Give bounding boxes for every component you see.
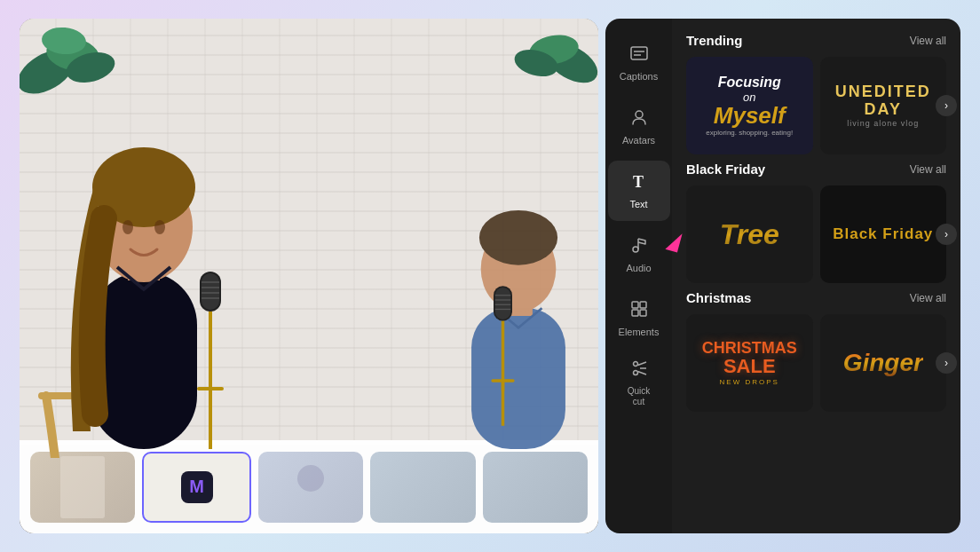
svg-rect-44 — [632, 302, 638, 308]
blackfriday-next-arrow[interactable]: › — [936, 224, 957, 245]
svg-line-50 — [637, 362, 646, 366]
text-icon: T — [629, 171, 649, 195]
svg-point-11 — [122, 220, 133, 234]
template-uneditedday[interactable]: UNEDITED DAY living alone vlog — [820, 57, 947, 154]
ginger-text: Ginger — [843, 349, 923, 377]
svg-point-34 — [479, 210, 557, 265]
focusing-subtitle: exploring. shopping. eating! — [706, 129, 793, 137]
focusing-title-top: Focusing — [706, 75, 793, 91]
template-tree[interactable]: Tree — [686, 185, 813, 283]
svg-rect-47 — [640, 310, 646, 316]
bf-text: Black Friday — [833, 225, 933, 243]
app-logo: M — [181, 471, 213, 503]
unedited-sub-text: living alone vlog — [835, 119, 931, 128]
text-label: Text — [629, 199, 647, 210]
trending-title: Trending — [686, 33, 742, 48]
template-focusing-myself[interactable]: Focusing on Myself exploring. shopping. … — [686, 57, 813, 154]
timeline-item-4[interactable] — [370, 452, 475, 523]
svg-text:T: T — [633, 173, 644, 191]
svg-rect-35 — [60, 456, 105, 518]
tree-text: Tree — [720, 218, 779, 251]
sidebar-item-elements[interactable]: Elements — [608, 288, 670, 349]
unedited-main-text: UNEDITED — [835, 83, 931, 101]
new-line: NEW DROPS — [702, 378, 797, 386]
blackfriday-view-all[interactable]: View all — [910, 163, 946, 176]
audio-icon — [629, 235, 649, 259]
svg-point-40 — [636, 111, 643, 118]
blackfriday-title: Black Friday — [686, 162, 765, 177]
svg-rect-21 — [209, 390, 212, 449]
video-preview: M — [20, 19, 598, 533]
trending-next-arrow[interactable]: › — [936, 95, 957, 116]
svg-rect-14 — [202, 273, 219, 310]
svg-line-51 — [637, 371, 646, 375]
sidebar-nav: Captions Avatars T Text — [605, 19, 672, 533]
svg-rect-20 — [197, 387, 224, 390]
svg-point-12 — [154, 220, 165, 234]
captions-icon — [629, 43, 649, 67]
sidebar-item-avatars[interactable]: Avatars — [608, 97, 670, 157]
blackfriday-grid: Tree Black Friday › — [686, 185, 946, 283]
trending-grid: Focusing on Myself exploring. shopping. … — [686, 57, 946, 154]
christmas-view-all[interactable]: View all — [910, 292, 946, 304]
elements-label: Elements — [619, 327, 660, 338]
svg-rect-31 — [471, 308, 565, 449]
sale-line: SALE — [702, 357, 797, 376]
focusing-title-main: Myself — [706, 104, 793, 127]
timeline-item-5[interactable] — [483, 452, 588, 523]
svg-point-49 — [633, 370, 637, 375]
sidebar-item-audio[interactable]: Audio — [608, 225, 670, 285]
template-christmas-sale[interactable]: CHRISTMAS SALE NEW DROPS — [686, 314, 813, 412]
svg-rect-29 — [491, 379, 514, 382]
right-panel: Captions Avatars T Text — [605, 19, 960, 533]
svg-rect-23 — [495, 288, 511, 319]
content-panel: Trending View all Focusing on Myself exp… — [672, 19, 960, 533]
christmas-title: Christmas — [686, 290, 751, 305]
unedited-main-text2: DAY — [835, 101, 931, 119]
quickcut-icon — [629, 359, 649, 382]
svg-rect-46 — [632, 310, 638, 316]
elements-icon — [629, 299, 649, 323]
sidebar-item-captions[interactable]: Captions — [608, 33, 670, 93]
christmas-grid: CHRISTMAS SALE NEW DROPS Ginger › — [686, 314, 946, 412]
timeline-item-1[interactable] — [30, 452, 135, 523]
timeline-item-3[interactable] — [258, 452, 363, 523]
trending-view-all[interactable]: View all — [910, 35, 946, 47]
avatars-icon — [629, 107, 649, 131]
template-ginger[interactable]: Ginger — [820, 314, 947, 412]
sidebar-item-quickcut[interactable]: Quickcut — [608, 352, 670, 413]
quickcut-label: Quickcut — [628, 386, 651, 407]
template-blackfriday[interactable]: Black Friday — [820, 185, 947, 283]
trending-section-header: Trending View all — [686, 33, 946, 48]
svg-rect-45 — [640, 302, 646, 308]
svg-point-42 — [633, 247, 638, 252]
captions-label: Captions — [620, 71, 658, 83]
blackfriday-section-header: Black Friday View all — [686, 162, 946, 177]
avatars-label: Avatars — [622, 135, 655, 146]
audio-label: Audio — [626, 263, 651, 274]
svg-point-36 — [297, 465, 324, 492]
timeline-item-active[interactable]: M — [142, 452, 250, 523]
svg-point-48 — [633, 361, 637, 366]
sidebar-item-text[interactable]: T Text — [608, 161, 670, 221]
svg-rect-37 — [631, 47, 647, 59]
christmas-next-arrow[interactable]: › — [936, 352, 957, 374]
christmas-section-header: Christmas View all — [686, 290, 946, 305]
svg-rect-30 — [502, 382, 505, 426]
